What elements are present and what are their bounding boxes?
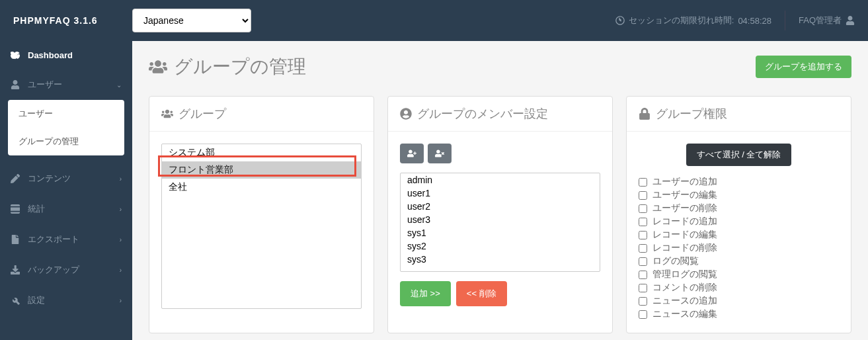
group-option[interactable]: 全社 — [162, 179, 361, 196]
page-title: グループの管理 — [149, 54, 306, 79]
add-members-button[interactable]: 追加 >> — [400, 281, 451, 306]
users-icon — [149, 58, 167, 76]
member-list[interactable]: admin user1 user2 user3 sys1 sys2 sys3 — [400, 173, 600, 272]
language-select[interactable]: Japanese — [132, 9, 251, 32]
permission-label: ユーザーの追加 — [652, 176, 717, 188]
member-option[interactable]: sys1 — [401, 226, 600, 239]
chevron-right-icon: › — [120, 175, 122, 183]
users-icon — [161, 108, 173, 120]
sidebar-subitem-groups[interactable]: グループの管理 — [8, 128, 124, 155]
user-circle-icon — [400, 108, 412, 120]
user-times-icon — [435, 149, 444, 158]
permission-checkbox[interactable] — [639, 271, 647, 279]
user-plus-icon — [407, 149, 416, 158]
permission-label: レコードの追加 — [652, 216, 717, 228]
remove-members-button[interactable]: << 削除 — [456, 281, 507, 306]
toggle-all-permissions-button[interactable]: すべて選択 / 全て解除 — [686, 144, 792, 166]
member-option[interactable]: user3 — [401, 213, 600, 226]
permission-checkbox[interactable] — [639, 178, 647, 187]
sidebar-item-export[interactable]: エクスポート › — [0, 224, 132, 255]
remove-member-button[interactable] — [428, 144, 452, 163]
permission-label: レコードの削除 — [652, 242, 717, 254]
add-member-button[interactable] — [400, 144, 424, 163]
download-icon — [11, 265, 20, 275]
user-icon — [11, 80, 20, 89]
permission-checkbox[interactable] — [639, 191, 647, 200]
file-icon — [11, 235, 20, 244]
group-list[interactable]: システム部 フロント営業部 全社 — [161, 144, 362, 309]
clock-icon — [615, 16, 625, 25]
sidebar-subitem-users[interactable]: ユーザー — [8, 100, 124, 128]
permission-checkbox[interactable] — [639, 284, 647, 292]
chevron-right-icon: › — [120, 297, 122, 304]
permission-label: ユーザーの編集 — [652, 189, 717, 201]
permissions-list: ユーザーの追加 ユーザーの編集 ユーザーの削除 レコードの追加 レコードの編集 … — [639, 175, 839, 321]
permission-label: レコードの編集 — [652, 229, 717, 241]
permission-checkbox[interactable] — [639, 310, 647, 319]
permission-checkbox[interactable] — [639, 218, 647, 226]
permissions-card-header: グループ権限 — [627, 97, 851, 132]
group-option[interactable]: フロント営業部 — [162, 161, 361, 179]
permission-checkbox[interactable] — [639, 204, 647, 213]
member-option[interactable]: sys3 — [401, 253, 600, 266]
add-group-button[interactable]: グループを追加する — [756, 56, 851, 78]
permission-label: ニュースの追加 — [652, 295, 717, 307]
chevron-down-icon: ⌄ — [116, 81, 122, 89]
chevron-right-icon: › — [120, 236, 122, 243]
sidebar-item-content[interactable]: コンテンツ › — [0, 163, 132, 194]
sidebar-dashboard[interactable]: Dashboard — [0, 41, 132, 69]
member-option[interactable]: sys2 — [401, 239, 600, 253]
members-card-header: グループのメンバー設定 — [388, 97, 612, 132]
session-expiry: セッションの期限切れ時間: 04:58:28 — [615, 15, 771, 26]
group-option[interactable]: システム部 — [162, 144, 361, 161]
permission-checkbox[interactable] — [639, 257, 647, 266]
sidebar-item-settings[interactable]: 設定 › — [0, 285, 132, 316]
sidebar-item-stats[interactable]: 統計 › — [0, 194, 132, 224]
chevron-right-icon: › — [120, 206, 122, 213]
member-option[interactable]: admin — [401, 173, 600, 187]
permission-label: ユーザーの削除 — [652, 202, 717, 214]
chevron-right-icon: › — [120, 267, 122, 274]
member-option[interactable]: user1 — [401, 187, 600, 200]
permission-label: 管理ログの閲覧 — [652, 269, 717, 280]
tasks-icon — [11, 204, 20, 214]
groups-card-header: グループ — [149, 97, 374, 132]
user-icon — [846, 16, 855, 25]
member-option[interactable]: user2 — [401, 200, 600, 213]
sidebar-item-backup[interactable]: バックアップ › — [0, 255, 132, 285]
permission-checkbox[interactable] — [639, 297, 647, 306]
current-user[interactable]: FAQ管理者 — [799, 15, 855, 26]
dashboard-icon — [11, 51, 20, 60]
permission-label: ログの閲覧 — [652, 255, 699, 267]
wrench-icon — [11, 296, 20, 305]
permission-checkbox[interactable] — [639, 231, 647, 239]
app-logo: PHPMYFAQ 3.1.6 — [13, 15, 132, 26]
sidebar-item-users[interactable]: ユーザー ⌄ — [0, 69, 132, 100]
lock-icon — [639, 108, 651, 120]
permission-checkbox[interactable] — [639, 244, 647, 253]
permission-label: ニュースの編集 — [652, 308, 717, 320]
permission-label: コメントの削除 — [652, 282, 717, 294]
edit-icon — [11, 174, 20, 183]
